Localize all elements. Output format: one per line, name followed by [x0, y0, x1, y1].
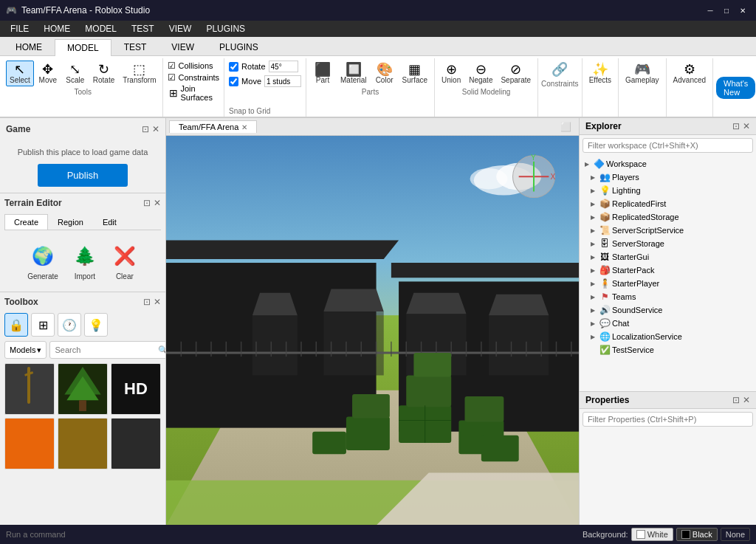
join-surfaces-row[interactable]: ⊞ Join Surfaces [168, 84, 219, 102]
tab-model[interactable]: MODEL [55, 39, 111, 56]
expand-replicated-storage-icon[interactable]: ▶ [588, 213, 597, 221]
expand-replicated-first-icon[interactable]: ▶ [588, 199, 597, 208]
tree-item-server-script-service[interactable]: ▶ 📜 ServerScriptService [580, 224, 756, 237]
terrain-clear-button[interactable]: ❌ Clear [108, 239, 142, 284]
explorer-float-button[interactable]: ⊡ [732, 121, 740, 131]
color-button[interactable]: 🎨 Color [371, 61, 398, 86]
toolbox-clock-icon-button[interactable]: 🕐 [58, 313, 81, 337]
tree-item-starter-player[interactable]: ▶ 🧍 StarterPlayer [580, 277, 756, 290]
explorer-close-button[interactable]: ✕ [743, 121, 750, 131]
tree-item-lighting[interactable]: ▶ 💡 Lighting [580, 184, 756, 197]
expand-sound-icon[interactable]: ▶ [588, 306, 597, 314]
background-black-option[interactable]: Black [676, 528, 718, 541]
expand-server-storage-icon[interactable]: ▶ [588, 239, 597, 248]
tree-item-replicated-first[interactable]: ▶ 📦 ReplicatedFirst [580, 197, 756, 210]
expand-starter-player-icon[interactable]: ▶ [588, 279, 597, 288]
tab-test[interactable]: TEST [111, 38, 159, 55]
properties-filter-input[interactable] [583, 412, 753, 427]
negate-button[interactable]: ⊖ Negate [465, 61, 496, 86]
scale-tool-button[interactable]: ⤡ Scale [62, 61, 89, 86]
tree-item-chat[interactable]: ▶ 💬 Chat [580, 317, 756, 330]
viewport-maximize-button[interactable]: ⬜ [556, 120, 576, 134]
tree-item-players[interactable]: ▶ 👥 Players [580, 171, 756, 184]
tree-item-teams[interactable]: ▶ ⚑ Teams [580, 290, 756, 303]
toolbox-item-5[interactable] [58, 418, 108, 469]
toolbox-category-dropdown[interactable]: Models ▾ [4, 341, 47, 359]
publish-button[interactable]: Publish [38, 164, 128, 187]
minimize-button[interactable]: ─ [703, 3, 718, 18]
properties-close-button[interactable]: ✕ [743, 395, 750, 405]
toolbox-item-3[interactable]: HD [111, 363, 161, 415]
gameplay-button[interactable]: 🎮 Gameplay [622, 61, 663, 86]
maximize-button[interactable]: □ [719, 3, 734, 18]
rotate-tool-button[interactable]: ↻ Rotate [89, 61, 118, 86]
viewport-tab-close-icon[interactable]: ✕ [241, 123, 247, 131]
toolbox-item-2[interactable] [58, 363, 108, 415]
terrain-tab-create[interactable]: Create [4, 214, 48, 230]
rotate-value-input[interactable] [269, 61, 298, 72]
expand-lighting-icon[interactable]: ▶ [588, 186, 597, 195]
advanced-button[interactable]: ⚙ Advanced [670, 61, 709, 86]
tree-item-starter-gui[interactable]: ▶ 🖼 StarterGui [580, 250, 756, 264]
tree-item-workspace[interactable]: ▶ 🔷 Workspace [580, 157, 756, 171]
expand-teams-icon[interactable]: ▶ [588, 292, 597, 301]
select-tool-button[interactable]: ↖ Select [6, 61, 34, 86]
viewport-tab-main[interactable]: Team/FFA Arena ✕ [169, 120, 257, 133]
toolbox-grid-icon-button[interactable]: ⊞ [31, 313, 55, 337]
terrain-panel-close-button[interactable]: ✕ [154, 198, 161, 208]
toolbox-item-4[interactable] [4, 418, 55, 469]
properties-float-button[interactable]: ⊡ [732, 395, 740, 405]
background-none-option[interactable]: None [721, 528, 750, 541]
move-tool-button[interactable]: ✥ Move [35, 61, 61, 86]
menu-model[interactable]: MODEL [78, 21, 124, 37]
tree-item-sound-service[interactable]: ▶ 🔊 SoundService [580, 303, 756, 317]
terrain-generate-button[interactable]: 🌍 Generate [24, 239, 62, 284]
move-checkbox[interactable] [229, 77, 238, 86]
tab-home[interactable]: HOME [3, 38, 55, 55]
expand-starter-pack-icon[interactable]: ▶ [588, 266, 597, 275]
menu-home[interactable]: HOME [36, 21, 78, 37]
expand-sss-icon[interactable]: ▶ [588, 226, 597, 235]
part-button[interactable]: ⬛ Part [309, 61, 336, 86]
expand-starter-gui-icon[interactable]: ▶ [588, 252, 597, 261]
move-value-input[interactable] [264, 75, 301, 87]
tree-item-starter-pack[interactable]: ▶ 🎒 StarterPack [580, 264, 756, 277]
constraints-checkbox-row[interactable]: ☑ Constraints [168, 72, 219, 83]
terrain-tab-edit[interactable]: Edit [93, 214, 126, 230]
menu-plugins[interactable]: PLUGINS [199, 21, 252, 37]
tab-view[interactable]: VIEW [159, 38, 207, 55]
tree-item-test-service[interactable]: ✅ TestService [580, 343, 756, 357]
toolbox-item-1[interactable] [4, 363, 55, 415]
tree-item-server-storage[interactable]: ▶ 🗄 ServerStorage [580, 237, 756, 250]
toolbox-item-6[interactable] [111, 418, 161, 469]
viewport-canvas[interactable]: X Y [166, 136, 579, 525]
material-button[interactable]: 🔲 Material [337, 61, 371, 86]
game-panel-float-button[interactable]: ⊡ [142, 124, 149, 134]
command-bar-input[interactable] [6, 530, 577, 539]
expand-players-icon[interactable]: ▶ [588, 173, 597, 182]
menu-view[interactable]: VIEW [162, 21, 199, 37]
toolbox-float-button[interactable]: ⊡ [143, 297, 151, 307]
expand-test-icon[interactable] [588, 345, 597, 354]
surface-button[interactable]: ▦ Surface [399, 61, 431, 86]
whats-new-button[interactable]: What's New [716, 77, 755, 99]
constraints-toolbar-button[interactable]: 🔗 [546, 61, 573, 78]
tree-item-replicated-storage[interactable]: ▶ 📦 ReplicatedStorage [580, 210, 756, 224]
effects-button[interactable]: ✨ Effects [585, 61, 615, 86]
tree-item-localization-service[interactable]: ▶ 🌐 LocalizationService [580, 330, 756, 343]
game-panel-close-button[interactable]: ✕ [152, 124, 159, 134]
background-white-option[interactable]: White [631, 528, 673, 541]
separate-button[interactable]: ⊘ Separate [497, 61, 535, 86]
terrain-import-button[interactable]: 🌲 Import [68, 239, 102, 284]
union-button[interactable]: ⊕ Union [438, 61, 464, 86]
expand-workspace-icon[interactable]: ▶ [583, 159, 591, 168]
close-button[interactable]: ✕ [735, 3, 750, 18]
transform-tool-button[interactable]: ⬚ Transform [119, 61, 159, 86]
rotate-checkbox[interactable] [229, 62, 238, 72]
collisions-checkbox-row[interactable]: ☑ Collisions [168, 61, 219, 71]
toolbox-lock-icon-button[interactable]: 🔒 [4, 313, 28, 337]
search-input[interactable] [55, 345, 157, 354]
menu-test[interactable]: TEST [124, 21, 162, 37]
toolbox-close-button[interactable]: ✕ [154, 297, 161, 307]
terrain-panel-float-button[interactable]: ⊡ [143, 198, 151, 208]
